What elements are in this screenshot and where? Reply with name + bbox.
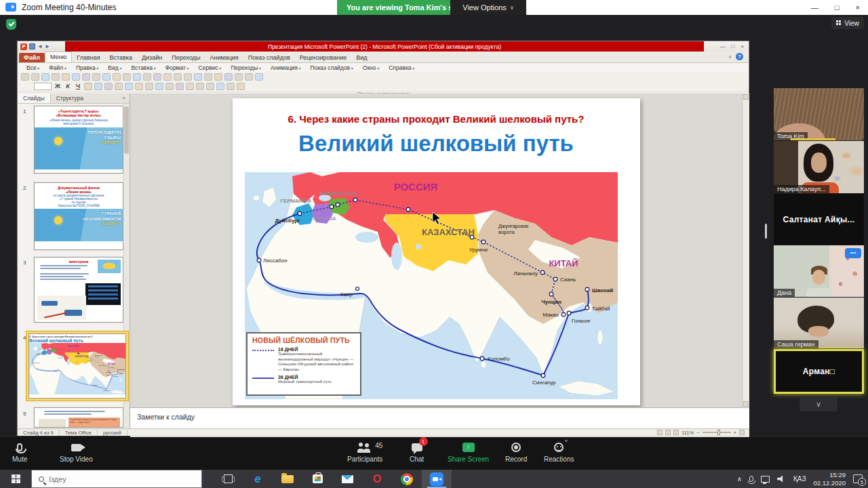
opera-app-button[interactable]: O [362, 470, 392, 488]
redo-icon[interactable] [143, 73, 151, 81]
main-scrollbar[interactable] [742, 94, 749, 407]
slide-canvas[interactable]: 6. Через какие страны проходит Великий ш… [233, 98, 640, 405]
indent-more-icon[interactable] [186, 83, 194, 90]
mute-button[interactable]: Mute [12, 441, 27, 463]
indent-less-icon[interactable] [176, 83, 184, 90]
underline-icon[interactable]: Ч [74, 83, 82, 89]
menu-help[interactable]: Справка [384, 64, 419, 71]
spelling-icon[interactable] [82, 73, 90, 81]
mail-app-button[interactable] [332, 470, 362, 488]
task-view-button[interactable] [213, 470, 243, 488]
hyperlink-icon[interactable] [174, 73, 182, 81]
color-scheme-icon[interactable] [235, 73, 243, 81]
normal-view-icon[interactable] [657, 430, 663, 435]
menu-view[interactable]: Вид [103, 64, 126, 71]
security-shield-icon[interactable] [6, 19, 16, 30]
email-icon[interactable] [52, 73, 60, 81]
zoom-in-icon[interactable]: + [734, 430, 736, 436]
tab-animations[interactable]: Анимация [205, 53, 243, 62]
slide-thumbnail-1[interactable]: «Тәуелсіздіктің 7 қыры» «Болашаққа баста… [34, 106, 123, 174]
font-color-icon[interactable] [196, 83, 204, 90]
print-icon[interactable] [62, 73, 70, 81]
shadow-icon[interactable] [84, 83, 92, 90]
ppt-restore-button[interactable]: □ [731, 43, 734, 49]
help-icon[interactable]: ? [736, 53, 743, 60]
record-button[interactable]: Record [505, 441, 527, 463]
fit-to-window-icon[interactable] [739, 430, 745, 435]
participant-tile-toma[interactable]: Toma Kim [774, 88, 864, 140]
close-button[interactable]: × [856, 3, 860, 12]
slide-thumbnail-3[interactable]: викторина [34, 257, 123, 323]
start-button[interactable] [0, 470, 31, 488]
menu-edit[interactable]: Правка [71, 64, 103, 71]
zoom-out-icon[interactable]: − [696, 430, 699, 436]
menu-file[interactable]: Файл [44, 64, 71, 71]
stop-video-button[interactable]: Stop Video [60, 441, 93, 463]
tab-slideshow[interactable]: Показ слайдов [243, 53, 295, 62]
bold-icon[interactable]: Ж [54, 83, 62, 89]
new-slide-icon[interactable] [204, 73, 212, 81]
save-icon[interactable] [29, 43, 35, 49]
align-center-icon[interactable] [104, 83, 113, 90]
slide-thumbnail-4-selected[interactable]: 6. Через какие страны проходит Великий ш… [26, 331, 129, 401]
slideshow-view-icon[interactable] [673, 430, 679, 435]
reactions-button[interactable]: + Reactions [544, 441, 574, 463]
new-icon[interactable] [21, 73, 29, 81]
undo-icon[interactable] [133, 73, 141, 81]
participant-tile-nadira[interactable]: Надира Калаул... [774, 141, 864, 193]
menu-insert[interactable]: Вставка [126, 64, 160, 71]
minimize-button[interactable]: — [811, 3, 818, 12]
cut-icon[interactable] [92, 73, 100, 81]
fill-color-icon[interactable] [216, 83, 224, 90]
decrease-font-icon[interactable] [165, 83, 174, 90]
tab-file[interactable]: Файл [19, 53, 45, 62]
file-explorer-button[interactable] [273, 470, 302, 488]
notes-area[interactable]: Заметки к слайду [130, 407, 749, 428]
menu-transitions[interactable]: Переходы [226, 64, 266, 71]
view-options-button[interactable]: View Options ∨ [450, 0, 526, 15]
sorter-view-icon[interactable] [665, 430, 671, 435]
participants-scrollbar[interactable] [765, 224, 767, 239]
edge-app-button[interactable]: e [243, 470, 273, 488]
hidden-icons-caret[interactable]: ∧ [737, 475, 742, 483]
tab-design[interactable]: Дизайн [137, 53, 167, 62]
powerpoint-app-icon[interactable]: P [20, 43, 27, 50]
menu-all[interactable]: Все [22, 64, 44, 71]
line-spacing-icon[interactable] [125, 83, 133, 90]
collapse-ribbon-icon[interactable]: ∧ [728, 54, 732, 60]
numbered-list-icon[interactable] [135, 83, 143, 90]
maximize-button[interactable]: □ [835, 3, 840, 12]
tab-home[interactable]: Главная [72, 53, 104, 62]
table-icon[interactable] [163, 73, 172, 81]
chat-button[interactable]: 1 Chat [410, 441, 424, 463]
layout-icon[interactable] [214, 73, 222, 81]
taskbar-search[interactable] [31, 470, 202, 488]
drawing-icon[interactable] [237, 83, 245, 90]
print-preview-icon[interactable] [72, 73, 80, 81]
open-icon[interactable] [31, 73, 39, 81]
zoom-slider[interactable] [703, 432, 731, 433]
slide-thumbnail-5[interactable]: Стратегия казахстанского развития «Один … [34, 407, 123, 428]
participant-tile-dana[interactable]: ••• Дана [774, 245, 864, 297]
line-color-icon[interactable] [226, 83, 235, 90]
styles-icon[interactable] [206, 83, 214, 90]
theme-icon[interactable] [224, 73, 233, 81]
menu-window[interactable]: Окно [358, 64, 384, 71]
format-painter-icon[interactable] [123, 73, 131, 81]
redo-icon[interactable]: ► [45, 43, 50, 49]
participant-tile-sasha[interactable]: Саша герман [774, 298, 864, 348]
participant-tile-saltanat[interactable]: Салтанат Айқы... [774, 194, 864, 245]
share-screen-button[interactable]: ↑ Share Screen [448, 441, 489, 463]
view-layout-button[interactable]: View [831, 17, 864, 29]
chart-icon[interactable] [153, 73, 161, 81]
participants-button[interactable]: 45 Participants [347, 441, 382, 463]
italic-icon[interactable]: К [64, 83, 72, 89]
tab-insert[interactable]: Вставка [105, 53, 137, 62]
expand-icon[interactable] [184, 73, 192, 81]
menu-service[interactable]: Сервис [194, 64, 226, 71]
store-app-button[interactable] [302, 470, 332, 488]
paste-icon[interactable] [113, 73, 121, 81]
tab-view[interactable]: Вид [351, 53, 372, 62]
bullet-list-icon[interactable] [145, 83, 153, 90]
slide-thumbnail-2[interactable]: Документальный фильм «Линия жизни» из ци… [34, 182, 123, 250]
